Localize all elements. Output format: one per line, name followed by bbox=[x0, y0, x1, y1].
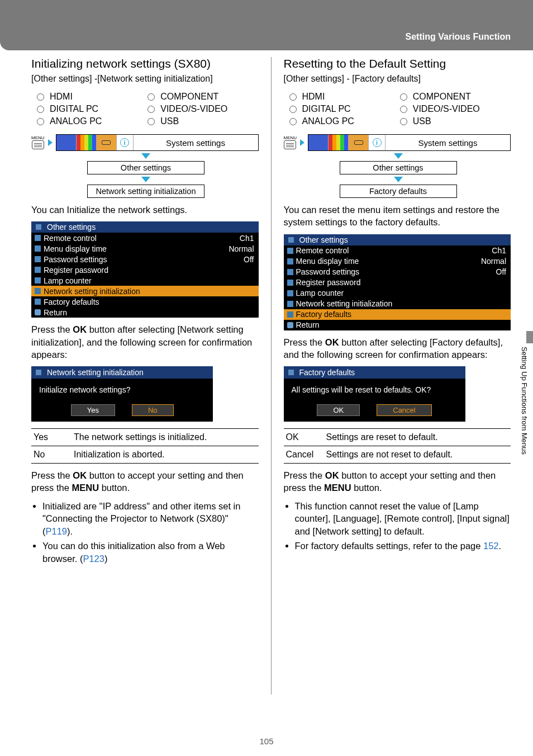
side-tab-label: Setting Up Functions from Menus bbox=[520, 347, 529, 455]
option-key: Cancel bbox=[284, 446, 324, 464]
menu-row-label: Remote control bbox=[44, 234, 97, 243]
input-label: HDMI bbox=[50, 92, 73, 102]
ok-button-ref: OK bbox=[325, 337, 339, 347]
paragraph: Press the OK button after selecting [Net… bbox=[31, 323, 259, 361]
notes-list-left: Initialized are "IP address" and other i… bbox=[42, 500, 259, 565]
dialog-ok-button[interactable]: OK bbox=[317, 404, 360, 416]
paragraph: Press the OK button to accept your setti… bbox=[284, 469, 511, 494]
header-icon bbox=[288, 370, 294, 375]
menu-row[interactable]: Password settingsOff bbox=[284, 267, 511, 277]
input-item: HDMI bbox=[37, 92, 147, 102]
input-label: COMPONENT bbox=[413, 92, 471, 102]
menu-row[interactable]: Remote controlCh1 bbox=[284, 245, 511, 256]
menu-row[interactable]: Register password bbox=[31, 264, 259, 275]
tab-bar: i System settings bbox=[308, 134, 511, 151]
right-path: [Other settings] - [Factory defaults] bbox=[284, 74, 511, 84]
menu-row[interactable]: Factory defaults bbox=[284, 309, 511, 320]
radio-icon bbox=[37, 106, 44, 113]
dialog-body: All settings will be reset to defaults. … bbox=[284, 379, 465, 396]
menu-button-ref: MENU bbox=[324, 483, 351, 493]
ok-button-ref: OK bbox=[325, 470, 339, 480]
arrow-down-icon bbox=[394, 177, 403, 182]
arrow-right-icon bbox=[48, 139, 53, 146]
menu-screenshot-right: Other settings Remote controlCh1Menu dis… bbox=[284, 234, 511, 330]
dialog-title: Factory defaults bbox=[299, 368, 355, 377]
paragraph: Press the OK button to accept your setti… bbox=[31, 469, 259, 494]
input-type-list-left: HDMI COMPONENT DIGITAL PC VIDEO/S-VIDEO … bbox=[37, 92, 259, 126]
table-row: OKSettings are reset to default. bbox=[284, 429, 511, 446]
list-item: This function cannot reset the value of … bbox=[295, 500, 511, 538]
page-link[interactable]: P119 bbox=[46, 526, 68, 536]
menu-row[interactable]: Lamp counter bbox=[284, 288, 511, 299]
menu-header: Other settings bbox=[284, 234, 511, 245]
menu-row[interactable]: Password settingsOff bbox=[31, 254, 259, 264]
radio-icon bbox=[37, 93, 44, 101]
menu-row-label: Network setting initialization bbox=[44, 287, 140, 296]
tab-icon-info: i bbox=[117, 135, 134, 150]
menu-row-value: Off bbox=[244, 255, 254, 264]
menu-row-value: Normal bbox=[481, 257, 506, 266]
confirm-dialog-right: Factory defaults All settings will be re… bbox=[284, 366, 465, 422]
input-label: USB bbox=[160, 116, 179, 126]
menu-row-label: Menu display time bbox=[44, 244, 107, 253]
menu-row-label: Factory defaults bbox=[44, 297, 99, 306]
dialog-header: Factory defaults bbox=[284, 366, 465, 379]
left-title: Initializing network settings (SX80) bbox=[31, 57, 259, 70]
menu-row[interactable]: Lamp counter bbox=[31, 275, 259, 286]
page-link[interactable]: 152 bbox=[483, 541, 499, 551]
menu-row[interactable]: Menu display timeNormal bbox=[284, 256, 511, 267]
dialog-yes-button[interactable]: Yes bbox=[71, 404, 115, 416]
menu-row[interactable]: Network setting initialization bbox=[31, 286, 259, 296]
menu-row-label: Password settings bbox=[296, 267, 360, 276]
arrow-right-icon bbox=[300, 139, 304, 146]
header-icon bbox=[36, 370, 41, 375]
option-table-left: YesThe network settings is initialized. … bbox=[31, 428, 259, 464]
menu-button-icon: MENU bbox=[31, 136, 45, 149]
header-icon bbox=[288, 237, 294, 243]
menu-row-label: Remote control bbox=[296, 246, 349, 255]
tab-label: System settings bbox=[134, 138, 258, 148]
menu-header: Other settings bbox=[31, 221, 259, 233]
menu-row[interactable]: Register password bbox=[284, 277, 511, 288]
option-value: Initialization is aborted. bbox=[72, 446, 259, 464]
nav-node: Other settings bbox=[340, 161, 457, 174]
input-item: ANALOG PC bbox=[289, 116, 400, 126]
menu-row[interactable]: Remote controlCh1 bbox=[31, 233, 259, 243]
dialog-cancel-button[interactable]: Cancel bbox=[377, 404, 431, 416]
menu-row[interactable]: Network setting initialization bbox=[284, 299, 511, 309]
menu-button-ref: MENU bbox=[72, 483, 99, 493]
menu-row-label: Factory defaults bbox=[296, 310, 352, 319]
menu-row[interactable]: Return bbox=[31, 307, 259, 318]
option-key: OK bbox=[284, 429, 324, 446]
menu-row[interactable]: Menu display timeNormal bbox=[31, 243, 259, 254]
menu-screenshot-left: Other settings Remote controlCh1Menu dis… bbox=[31, 221, 259, 318]
radio-icon bbox=[289, 106, 297, 113]
menu-row[interactable]: Factory defaults bbox=[31, 296, 259, 307]
input-type-list-right: HDMI COMPONENT DIGITAL PC VIDEO/S-VIDEO … bbox=[289, 92, 511, 126]
input-item: DIGITAL PC bbox=[37, 104, 147, 114]
dialog-no-button[interactable]: No bbox=[132, 404, 174, 416]
menu-row[interactable]: Return bbox=[284, 320, 511, 330]
input-label: COMPONENT bbox=[160, 92, 218, 102]
page-header: Setting Various Function bbox=[0, 0, 533, 50]
radio-icon bbox=[147, 93, 155, 101]
radio-icon bbox=[147, 106, 155, 113]
option-key: No bbox=[31, 446, 72, 464]
arrow-down-icon bbox=[141, 177, 150, 182]
paragraph: You can Initialize the network settings. bbox=[31, 204, 259, 216]
dialog-title: Network setting initialization bbox=[47, 368, 144, 377]
menu-row-label: Lamp counter bbox=[44, 276, 92, 285]
option-value: Settings are not reset to default. bbox=[324, 446, 511, 464]
arrow-down-icon bbox=[394, 153, 403, 159]
ok-button-ref: OK bbox=[73, 470, 87, 480]
input-item: COMPONENT bbox=[400, 92, 511, 102]
page-link[interactable]: P123 bbox=[83, 554, 104, 564]
right-column: Resetting to the Default Setting [Other … bbox=[284, 57, 511, 694]
input-label: DIGITAL PC bbox=[50, 104, 98, 114]
table-row: CancelSettings are not reset to default. bbox=[284, 446, 511, 464]
menu-label: MENU bbox=[284, 136, 297, 140]
option-table-right: OKSettings are reset to default. CancelS… bbox=[284, 428, 511, 464]
menu-row-label: Password settings bbox=[44, 255, 107, 264]
tab-icon-info: i bbox=[369, 135, 386, 150]
confirm-dialog-left: Network setting initialization Initializ… bbox=[31, 366, 213, 422]
